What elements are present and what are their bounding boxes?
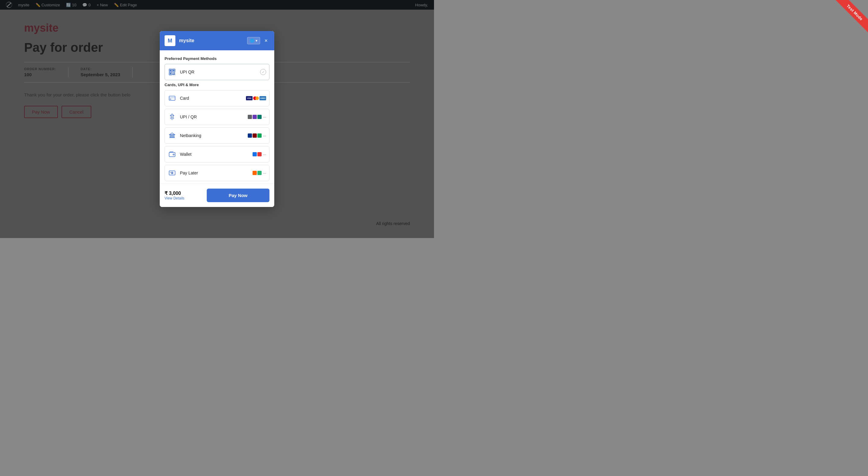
modal-logo-letter: M	[168, 38, 173, 44]
preferred-section-title: Preferred Payment Methods	[164, 56, 270, 61]
payment-option-wallet[interactable]: Wallet ···	[164, 146, 270, 162]
card-icon	[168, 94, 176, 102]
netbanking-icon	[168, 131, 176, 140]
svg-rect-18	[173, 135, 174, 137]
svg-rect-12	[174, 74, 175, 75]
payment-option-paylater[interactable]: Pay Later ···	[164, 165, 270, 181]
modal-body: Preferred Payment Methods	[160, 50, 274, 181]
freecharge-badge	[257, 152, 261, 156]
paylater-icon	[168, 169, 176, 177]
more-netbanking-brands: ···	[263, 133, 266, 138]
modal-site-name: mysite	[179, 38, 244, 43]
modal-logo: M	[164, 35, 176, 46]
svg-rect-3	[173, 70, 175, 71]
modal-pay-now-button[interactable]: Pay Now	[207, 189, 270, 202]
wallet-label: Wallet	[180, 152, 249, 157]
gpay-badge	[248, 115, 252, 119]
more-wallet-brands: ···	[263, 152, 266, 157]
language-selector[interactable]: 🌐 ▾	[247, 37, 260, 44]
svg-rect-11	[173, 74, 174, 75]
view-details-link[interactable]: View Details	[164, 196, 203, 200]
svg-rect-8	[174, 72, 175, 73]
payment-option-upi-qr[interactable]: UPI QR ✓	[164, 64, 270, 80]
modal-header: M mysite 🌐 ▾ ×	[160, 31, 274, 50]
cards-section-title: Cards, UPI & More	[164, 83, 270, 87]
svg-rect-14	[169, 97, 175, 98]
lang-icon: 🌐	[250, 38, 254, 43]
bhim-badge	[257, 115, 261, 119]
modal-footer: ₹ 3,000 View Details Pay Now	[160, 184, 274, 207]
payment-option-netbanking[interactable]: Netbanking ···	[164, 127, 270, 144]
check-badge	[257, 133, 261, 138]
svg-rect-10	[173, 73, 175, 74]
wallet-icon	[168, 150, 176, 158]
svg-rect-7	[173, 72, 174, 73]
modal-header-actions: 🌐 ▾ ×	[247, 37, 270, 44]
payment-option-upi[interactable]: UPI / QR ···	[164, 109, 270, 125]
svg-rect-17	[172, 135, 173, 137]
more-paylater-brands: ···	[263, 171, 266, 175]
lazypay-badge	[253, 171, 257, 175]
payment-modal: M mysite 🌐 ▾ × Preferred Payment Methods	[160, 31, 274, 207]
visa-badge: VISA	[246, 96, 253, 100]
upi-label: UPI / QR	[180, 115, 244, 119]
amount-value: ₹ 3,000	[164, 190, 203, 196]
card-brands: VISA AMEX	[246, 96, 266, 100]
amex-badge: AMEX	[259, 96, 266, 100]
modal-close-button[interactable]: ×	[262, 37, 270, 44]
upi-qr-label: UPI QR	[180, 70, 256, 74]
wallet-brands: ···	[253, 152, 266, 157]
card-label: Card	[180, 96, 242, 101]
mobikwik-badge	[253, 152, 257, 156]
upi-qr-icon	[168, 68, 176, 76]
payment-option-card[interactable]: Card VISA AMEX	[164, 90, 270, 106]
upi-qr-check: ✓	[260, 69, 266, 75]
paylater-label: Pay Later	[180, 170, 249, 175]
svg-rect-16	[170, 135, 171, 137]
more-upi-brands: ···	[263, 115, 266, 119]
upi-icon	[168, 113, 176, 121]
svg-rect-6	[173, 72, 173, 73]
mc-badge	[253, 96, 259, 100]
netbanking-label: Netbanking	[180, 133, 244, 138]
chevron-down-icon: ▾	[255, 38, 257, 43]
svg-point-21	[173, 154, 174, 155]
axis-badge	[253, 133, 257, 138]
svg-rect-9	[173, 73, 173, 74]
modal-overlay: M mysite 🌐 ▾ × Preferred Payment Methods	[0, 0, 434, 238]
simpl-badge	[257, 171, 261, 175]
sbi-badge	[248, 133, 252, 138]
upi-brands: ···	[248, 115, 266, 119]
phonepe-badge	[253, 115, 257, 119]
paylater-brands: ···	[253, 171, 266, 175]
svg-rect-1	[170, 70, 171, 71]
amount-info: ₹ 3,000 View Details	[164, 190, 203, 200]
svg-rect-15	[170, 99, 171, 99]
svg-rect-5	[170, 73, 171, 74]
netbanking-brands: ···	[248, 133, 266, 138]
